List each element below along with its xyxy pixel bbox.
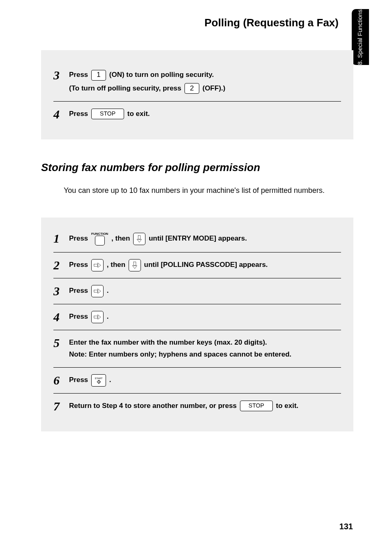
text: Press — [69, 376, 90, 384]
step-row: 7 Return to Step 4 to store another numb… — [53, 393, 341, 419]
text: Press — [69, 110, 90, 118]
key-start: START — [91, 374, 106, 387]
text: Press — [69, 287, 90, 294]
text: Press — [69, 71, 90, 79]
key-right-arrow — [91, 311, 104, 323]
text: Press — [69, 313, 90, 320]
step-body: Press . — [69, 285, 341, 297]
step-row: 1 Press FUNCTION , then until [ENTRY MOD… — [53, 226, 341, 252]
text: . — [107, 313, 109, 320]
key-1: 1 — [91, 70, 106, 81]
section-heading: Storing fax numbers for polling permissi… — [41, 161, 260, 174]
right-arrow-icon — [93, 313, 102, 322]
right-arrow-icon — [93, 261, 102, 270]
right-arrow-icon — [93, 287, 102, 296]
step-row: 6 Press START . — [53, 367, 341, 393]
step-body: Enter the fax number with the number key… — [69, 337, 341, 361]
function-label: FUNCTION — [91, 232, 108, 236]
procedure-block-1: 3 Press 1 (ON) to turn on polling securi… — [41, 50, 353, 139]
step-number: 3 — [53, 285, 69, 297]
text: until [POLLING PASSCODE] appears. — [144, 261, 268, 269]
text: (ON) to turn on polling security. — [109, 71, 214, 79]
down-arrow-icon — [135, 234, 144, 243]
key-down-arrow — [129, 259, 141, 271]
step-row: 4 Press . — [53, 304, 341, 330]
down-arrow-icon — [130, 261, 139, 270]
step-body: Press STOP to exit. — [69, 108, 341, 120]
step-body: Press , then until [POLLING PASSCODE] ap… — [69, 259, 341, 271]
step-number: 5 — [53, 337, 69, 349]
key-right-arrow — [91, 285, 104, 297]
step-body: Return to Step 4 to store another number… — [69, 400, 341, 412]
step-body: Press FUNCTION , then until [ENTRY MODE]… — [69, 232, 341, 246]
step-number: 6 — [53, 374, 69, 387]
svg-rect-1 — [94, 264, 98, 266]
key-down-arrow — [133, 233, 145, 245]
step-row: 4 Press STOP to exit. — [53, 101, 341, 127]
page-title: Polling (Requesting a Fax) — [205, 16, 339, 29]
step-row: 5 Enter the fax number with the number k… — [53, 330, 341, 367]
svg-rect-2 — [134, 262, 136, 266]
step-row: 3 Press 1 (ON) to turn on polling securi… — [53, 63, 341, 101]
side-tab: 8. Special Functions — [352, 9, 369, 65]
text: to exit. — [276, 402, 299, 410]
text: Press — [69, 234, 90, 242]
text: (To turn off polling security, press — [69, 84, 183, 92]
key-stop: STOP — [240, 401, 273, 411]
step-body: Press . — [69, 311, 341, 323]
key-right-arrow — [91, 259, 104, 271]
step-number: 2 — [53, 259, 69, 271]
svg-rect-0 — [138, 236, 141, 239]
key-2: 2 — [184, 83, 199, 94]
section-desc: You can store up to 10 fax numbers in yo… — [64, 185, 335, 196]
text: Return to Step 4 to store another number… — [69, 402, 239, 410]
start-diamond-icon — [97, 380, 101, 384]
page-number: 131 — [339, 522, 353, 531]
step-number: 3 — [53, 69, 69, 81]
procedure-block-2: 1 Press FUNCTION , then until [ENTRY MOD… — [41, 218, 353, 431]
key-function: FUNCTION — [91, 232, 108, 246]
step-body: Press START . — [69, 374, 341, 387]
text: until [ENTRY MODE] appears. — [149, 234, 247, 242]
step-row: 2 Press , then until [POLLING PASSCODE] … — [53, 252, 341, 278]
step-number: 4 — [53, 311, 69, 323]
text: , then — [107, 261, 127, 269]
step-body: Press 1 (ON) to turn on polling security… — [69, 69, 341, 95]
text: , then — [111, 234, 132, 242]
step-row: 3 Press . — [53, 278, 341, 304]
svg-rect-3 — [94, 290, 98, 292]
step-number: 7 — [53, 400, 69, 412]
step-number: 4 — [53, 108, 69, 120]
text: (OFF).) — [203, 84, 226, 92]
function-key-icon — [95, 236, 105, 246]
text: to exit. — [127, 110, 150, 118]
text: . — [107, 287, 109, 294]
svg-rect-4 — [94, 316, 98, 318]
side-tab-label: 8. Special Functions — [357, 9, 364, 65]
text: Press — [69, 261, 90, 269]
step-number: 1 — [53, 232, 69, 245]
key-stop: STOP — [91, 109, 124, 119]
text: . — [109, 376, 111, 384]
